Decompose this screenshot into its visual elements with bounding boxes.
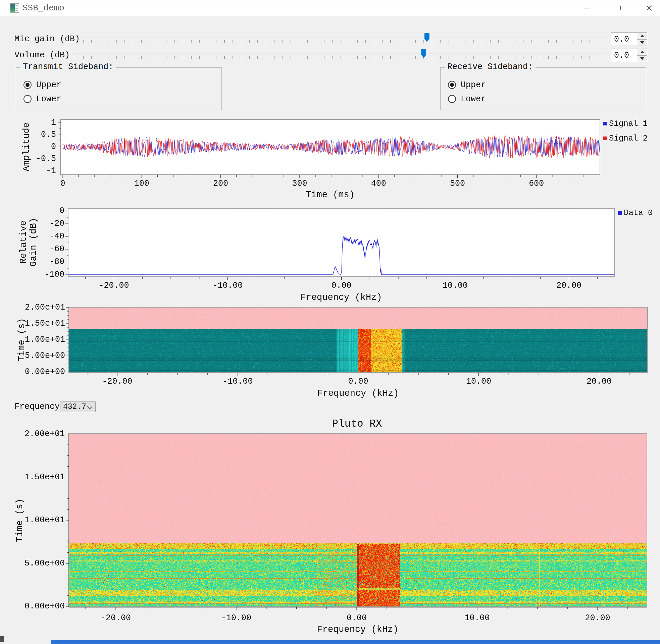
app-window: SSB_demo Mic gain (dB) 0.0 Volume (dB) 0… xyxy=(0,0,660,644)
transmit-upper-label: Upper xyxy=(36,80,62,90)
background-window-corner xyxy=(0,636,4,642)
app-icon-chart xyxy=(10,4,15,12)
transmit-sideband-group: Transmit Sideband: Upper Lower xyxy=(16,67,222,110)
radio-button-icon[interactable] xyxy=(448,81,456,89)
mic-gain-slider[interactable] xyxy=(73,37,607,38)
minimize-icon xyxy=(584,8,590,8)
radio-button-icon[interactable] xyxy=(23,81,31,89)
down-arrow-icon xyxy=(640,41,644,44)
volume-spin-buttons xyxy=(637,49,647,62)
volume-value[interactable]: 0.0 xyxy=(614,51,629,60)
frequency-dropdown[interactable]: 432.7 xyxy=(60,401,96,412)
receive-sideband-title: Receive Sideband: xyxy=(445,62,536,72)
mic-gain-slider-ticks xyxy=(75,40,606,43)
receive-lower-option[interactable]: Lower xyxy=(448,94,486,104)
minimize-button[interactable] xyxy=(576,0,597,16)
close-button[interactable] xyxy=(639,0,660,16)
mic-gain-value[interactable]: 0.0 xyxy=(614,34,629,44)
receive-upper-option[interactable]: Upper xyxy=(448,80,486,90)
receive-sideband-group: Receive Sideband: Upper Lower xyxy=(440,67,646,110)
up-arrow-icon xyxy=(640,51,644,53)
up-arrow-icon xyxy=(640,34,644,37)
transmit-lower-label: Lower xyxy=(36,94,62,104)
mic-gain-spinbox[interactable]: 0.0 xyxy=(611,32,647,46)
legend-signal2-label: Signal 2 xyxy=(609,134,647,143)
volume-label: Volume (dB) xyxy=(15,50,70,60)
chevron-down-icon xyxy=(87,404,93,410)
volume-spinbox[interactable]: 0.0 xyxy=(611,49,647,62)
transmit-sideband-title: Transmit Sideband: xyxy=(20,62,116,72)
mic-gain-label: Mic gain (dB) xyxy=(15,34,80,44)
volume-decrement-button[interactable] xyxy=(637,55,647,62)
frequency-label: Frequency: xyxy=(15,402,65,412)
title-bar: SSB_demo xyxy=(0,0,660,16)
window-title: SSB_demo xyxy=(22,3,64,13)
mic-gain-decrement-button[interactable] xyxy=(637,39,647,46)
radio-button-icon[interactable] xyxy=(23,95,31,103)
legend-signal1-label: Signal 1 xyxy=(609,119,647,129)
mic-gain-increment-button[interactable] xyxy=(637,33,647,39)
down-arrow-icon xyxy=(640,58,644,60)
volume-increment-button[interactable] xyxy=(637,49,647,55)
background-window-strip xyxy=(51,640,660,644)
radio-button-icon[interactable] xyxy=(448,95,456,103)
maximize-button[interactable] xyxy=(608,0,629,16)
receive-upper-label: Upper xyxy=(461,80,486,90)
close-icon xyxy=(646,5,652,11)
maximize-icon xyxy=(616,6,621,10)
mic-gain-spin-buttons xyxy=(637,33,647,46)
transmit-upper-option[interactable]: Upper xyxy=(23,80,62,90)
volume-slider[interactable] xyxy=(73,53,607,54)
app-icon xyxy=(10,3,19,13)
app-icon-lines xyxy=(16,5,18,6)
pluto-rx-title: Pluto RX xyxy=(332,418,382,430)
legend-data0-label: Data 0 xyxy=(624,209,653,218)
volume-slider-ticks xyxy=(75,56,606,59)
receive-lower-label: Lower xyxy=(461,94,486,104)
frequency-value: 432.7 xyxy=(63,402,86,411)
transmit-lower-option[interactable]: Lower xyxy=(23,94,62,104)
